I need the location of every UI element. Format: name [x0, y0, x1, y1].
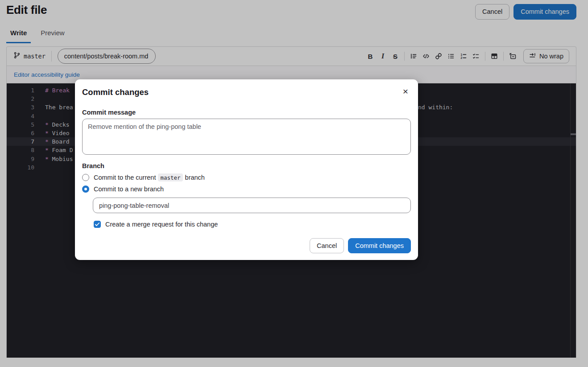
new-branch-name-input[interactable] [93, 198, 411, 213]
radio-current-branch[interactable] [82, 174, 89, 181]
modal-cancel-button[interactable]: Cancel [310, 238, 344, 254]
commit-message-textarea[interactable]: Remove mention of the ping-pong table [82, 119, 411, 155]
radio-current-suffix: branch [185, 174, 205, 181]
radio-new-branch-label: Commit to a new branch [94, 186, 164, 193]
branch-name-chip: master [158, 173, 182, 181]
merge-request-checkbox[interactable] [94, 221, 101, 228]
modal-footer: Cancel Commit changes [310, 238, 411, 254]
radio-new-branch[interactable] [82, 186, 89, 193]
commit-message-label: Commit message [82, 109, 411, 116]
modal-title: Commit changes [82, 87, 411, 97]
merge-request-row: Create a merge request for this change [94, 221, 411, 228]
check-icon [95, 222, 100, 227]
branch-section-label: Branch [82, 162, 411, 169]
close-icon[interactable]: × [398, 84, 413, 98]
radio-current-prefix: Commit to the current [94, 174, 156, 181]
radio-row-new-branch: Commit to a new branch [82, 186, 411, 193]
merge-request-label: Create a merge request for this change [105, 221, 218, 228]
commit-changes-modal: Commit changes × Commit message Remove m… [75, 79, 418, 260]
radio-current-branch-label: Commit to the current master branch [94, 173, 205, 181]
radio-row-current-branch: Commit to the current master branch [82, 173, 411, 181]
modal-commit-button[interactable]: Commit changes [348, 238, 411, 254]
